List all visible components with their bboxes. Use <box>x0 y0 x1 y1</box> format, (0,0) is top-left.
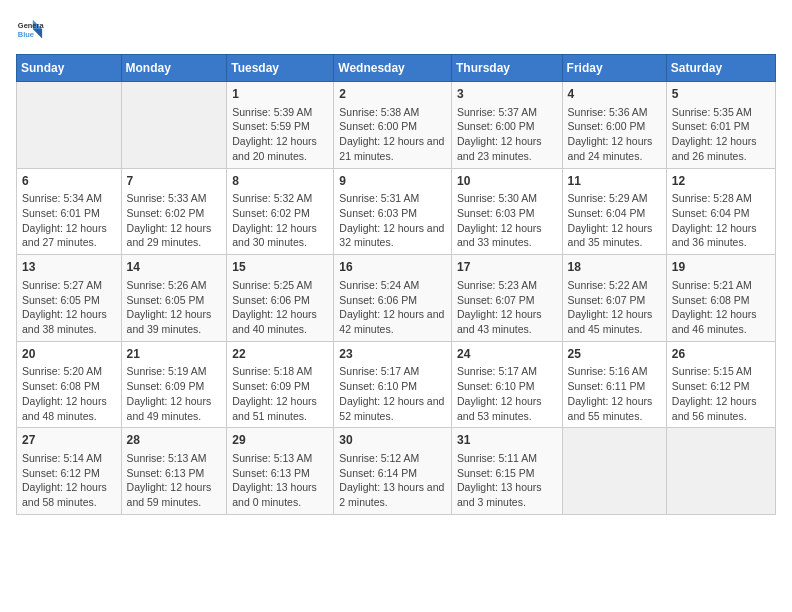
sunrise-label: Sunrise: 5:21 AM <box>672 279 752 291</box>
sunrise-label: Sunrise: 5:38 AM <box>339 106 419 118</box>
page-header: General Blue <box>16 16 776 44</box>
calendar-cell <box>666 428 775 515</box>
sunrise-label: Sunrise: 5:17 AM <box>339 365 419 377</box>
daylight-label: Daylight: 12 hours and 32 minutes. <box>339 222 444 249</box>
calendar-cell: 1 Sunrise: 5:39 AM Sunset: 5:59 PM Dayli… <box>227 82 334 169</box>
sunrise-label: Sunrise: 5:18 AM <box>232 365 312 377</box>
cell-content: Sunrise: 5:37 AM Sunset: 6:00 PM Dayligh… <box>457 105 557 164</box>
calendar-cell: 29 Sunrise: 5:13 AM Sunset: 6:13 PM Dayl… <box>227 428 334 515</box>
sunset-label: Sunset: 6:03 PM <box>339 207 417 219</box>
calendar-cell: 28 Sunrise: 5:13 AM Sunset: 6:13 PM Dayl… <box>121 428 227 515</box>
sunset-label: Sunset: 6:04 PM <box>568 207 646 219</box>
calendar-header: SundayMondayTuesdayWednesdayThursdayFrid… <box>17 55 776 82</box>
daylight-label: Daylight: 12 hours and 36 minutes. <box>672 222 757 249</box>
daylight-label: Daylight: 12 hours and 24 minutes. <box>568 135 653 162</box>
day-number: 21 <box>127 346 222 363</box>
cell-content: Sunrise: 5:23 AM Sunset: 6:07 PM Dayligh… <box>457 278 557 337</box>
calendar-cell: 7 Sunrise: 5:33 AM Sunset: 6:02 PM Dayli… <box>121 168 227 255</box>
sunset-label: Sunset: 6:04 PM <box>672 207 750 219</box>
sunrise-label: Sunrise: 5:17 AM <box>457 365 537 377</box>
daylight-label: Daylight: 12 hours and 46 minutes. <box>672 308 757 335</box>
daylight-label: Daylight: 12 hours and 40 minutes. <box>232 308 317 335</box>
daylight-label: Daylight: 12 hours and 35 minutes. <box>568 222 653 249</box>
day-number: 20 <box>22 346 116 363</box>
calendar-cell: 10 Sunrise: 5:30 AM Sunset: 6:03 PM Dayl… <box>451 168 562 255</box>
calendar-cell: 8 Sunrise: 5:32 AM Sunset: 6:02 PM Dayli… <box>227 168 334 255</box>
daylight-label: Daylight: 12 hours and 30 minutes. <box>232 222 317 249</box>
daylight-label: Daylight: 12 hours and 33 minutes. <box>457 222 542 249</box>
sunset-label: Sunset: 6:01 PM <box>672 120 750 132</box>
sunset-label: Sunset: 6:05 PM <box>22 294 100 306</box>
day-number: 25 <box>568 346 661 363</box>
day-number: 4 <box>568 86 661 103</box>
cell-content: Sunrise: 5:32 AM Sunset: 6:02 PM Dayligh… <box>232 191 328 250</box>
sunrise-label: Sunrise: 5:23 AM <box>457 279 537 291</box>
sunrise-label: Sunrise: 5:27 AM <box>22 279 102 291</box>
daylight-label: Daylight: 12 hours and 20 minutes. <box>232 135 317 162</box>
daylight-label: Daylight: 12 hours and 23 minutes. <box>457 135 542 162</box>
calendar-cell: 22 Sunrise: 5:18 AM Sunset: 6:09 PM Dayl… <box>227 341 334 428</box>
cell-content: Sunrise: 5:19 AM Sunset: 6:09 PM Dayligh… <box>127 364 222 423</box>
cell-content: Sunrise: 5:13 AM Sunset: 6:13 PM Dayligh… <box>232 451 328 510</box>
calendar-cell: 4 Sunrise: 5:36 AM Sunset: 6:00 PM Dayli… <box>562 82 666 169</box>
sunset-label: Sunset: 5:59 PM <box>232 120 310 132</box>
cell-content: Sunrise: 5:17 AM Sunset: 6:10 PM Dayligh… <box>457 364 557 423</box>
cell-content: Sunrise: 5:16 AM Sunset: 6:11 PM Dayligh… <box>568 364 661 423</box>
day-number: 26 <box>672 346 770 363</box>
weekday-header-tuesday: Tuesday <box>227 55 334 82</box>
day-number: 12 <box>672 173 770 190</box>
svg-text:Blue: Blue <box>18 30 34 39</box>
cell-content: Sunrise: 5:35 AM Sunset: 6:01 PM Dayligh… <box>672 105 770 164</box>
daylight-label: Daylight: 12 hours and 29 minutes. <box>127 222 212 249</box>
day-number: 11 <box>568 173 661 190</box>
sunset-label: Sunset: 6:08 PM <box>22 380 100 392</box>
calendar-cell: 3 Sunrise: 5:37 AM Sunset: 6:00 PM Dayli… <box>451 82 562 169</box>
cell-content: Sunrise: 5:18 AM Sunset: 6:09 PM Dayligh… <box>232 364 328 423</box>
sunset-label: Sunset: 6:01 PM <box>22 207 100 219</box>
weekday-header-sunday: Sunday <box>17 55 122 82</box>
sunrise-label: Sunrise: 5:36 AM <box>568 106 648 118</box>
day-number: 7 <box>127 173 222 190</box>
sunrise-label: Sunrise: 5:12 AM <box>339 452 419 464</box>
sunset-label: Sunset: 6:06 PM <box>232 294 310 306</box>
cell-content: Sunrise: 5:17 AM Sunset: 6:10 PM Dayligh… <box>339 364 446 423</box>
sunset-label: Sunset: 6:02 PM <box>232 207 310 219</box>
day-number: 17 <box>457 259 557 276</box>
sunset-label: Sunset: 6:09 PM <box>232 380 310 392</box>
calendar-cell: 25 Sunrise: 5:16 AM Sunset: 6:11 PM Dayl… <box>562 341 666 428</box>
daylight-label: Daylight: 13 hours and 3 minutes. <box>457 481 542 508</box>
sunset-label: Sunset: 6:12 PM <box>22 467 100 479</box>
calendar-cell: 15 Sunrise: 5:25 AM Sunset: 6:06 PM Dayl… <box>227 255 334 342</box>
calendar-cell: 27 Sunrise: 5:14 AM Sunset: 6:12 PM Dayl… <box>17 428 122 515</box>
daylight-label: Daylight: 12 hours and 21 minutes. <box>339 135 444 162</box>
calendar-cell: 11 Sunrise: 5:29 AM Sunset: 6:04 PM Dayl… <box>562 168 666 255</box>
sunset-label: Sunset: 6:07 PM <box>457 294 535 306</box>
calendar-cell: 12 Sunrise: 5:28 AM Sunset: 6:04 PM Dayl… <box>666 168 775 255</box>
sunrise-label: Sunrise: 5:39 AM <box>232 106 312 118</box>
weekday-header-saturday: Saturday <box>666 55 775 82</box>
sunrise-label: Sunrise: 5:13 AM <box>232 452 312 464</box>
daylight-label: Daylight: 12 hours and 42 minutes. <box>339 308 444 335</box>
sunrise-label: Sunrise: 5:30 AM <box>457 192 537 204</box>
daylight-label: Daylight: 12 hours and 49 minutes. <box>127 395 212 422</box>
calendar-cell: 31 Sunrise: 5:11 AM Sunset: 6:15 PM Dayl… <box>451 428 562 515</box>
daylight-label: Daylight: 12 hours and 43 minutes. <box>457 308 542 335</box>
daylight-label: Daylight: 12 hours and 48 minutes. <box>22 395 107 422</box>
daylight-label: Daylight: 12 hours and 59 minutes. <box>127 481 212 508</box>
calendar-cell: 18 Sunrise: 5:22 AM Sunset: 6:07 PM Dayl… <box>562 255 666 342</box>
daylight-label: Daylight: 12 hours and 53 minutes. <box>457 395 542 422</box>
sunrise-label: Sunrise: 5:11 AM <box>457 452 537 464</box>
cell-content: Sunrise: 5:27 AM Sunset: 6:05 PM Dayligh… <box>22 278 116 337</box>
sunset-label: Sunset: 6:00 PM <box>568 120 646 132</box>
sunset-label: Sunset: 6:00 PM <box>457 120 535 132</box>
day-number: 28 <box>127 432 222 449</box>
logo-icon: General Blue <box>16 16 44 44</box>
cell-content: Sunrise: 5:11 AM Sunset: 6:15 PM Dayligh… <box>457 451 557 510</box>
cell-content: Sunrise: 5:21 AM Sunset: 6:08 PM Dayligh… <box>672 278 770 337</box>
sunrise-label: Sunrise: 5:26 AM <box>127 279 207 291</box>
daylight-label: Daylight: 13 hours and 0 minutes. <box>232 481 317 508</box>
sunrise-label: Sunrise: 5:37 AM <box>457 106 537 118</box>
sunset-label: Sunset: 6:00 PM <box>339 120 417 132</box>
calendar-cell <box>121 82 227 169</box>
cell-content: Sunrise: 5:22 AM Sunset: 6:07 PM Dayligh… <box>568 278 661 337</box>
